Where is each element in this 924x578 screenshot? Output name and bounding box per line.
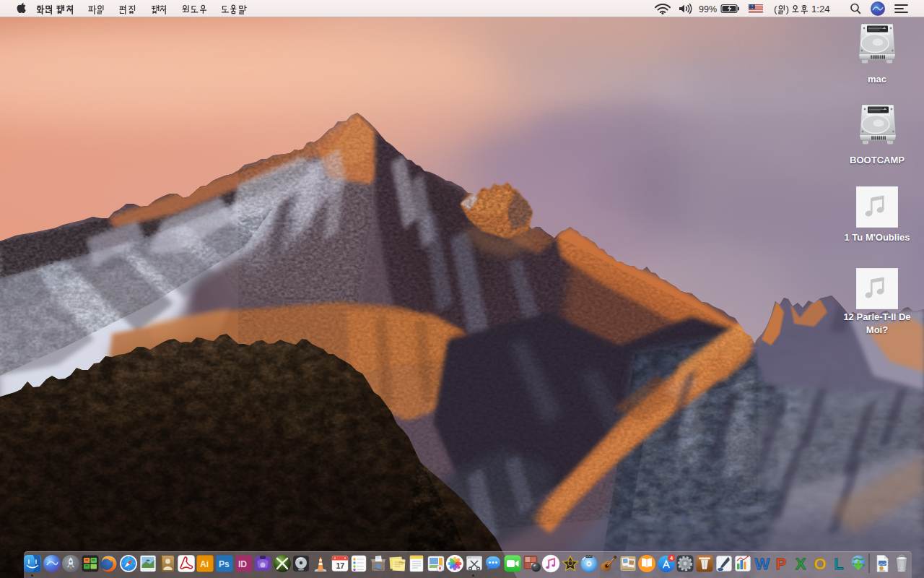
svg-text:O: O: [814, 555, 826, 573]
svg-text:17: 17: [336, 561, 344, 570]
svg-text:L: L: [834, 555, 843, 573]
svg-text:P: P: [776, 555, 787, 573]
svg-text:Ai: Ai: [200, 559, 209, 569]
svg-text:1:24: 1:24: [811, 4, 830, 14]
svg-text:ID: ID: [238, 559, 247, 569]
svg-text:Plan: Plan: [399, 561, 405, 564]
svg-text:99%: 99%: [699, 4, 717, 14]
svg-text:): ): [786, 4, 790, 14]
svg-text:(: (: [774, 4, 777, 14]
svg-text:X: X: [796, 555, 806, 573]
svg-text:Ps: Ps: [219, 559, 230, 569]
svg-text:W: W: [754, 555, 770, 573]
